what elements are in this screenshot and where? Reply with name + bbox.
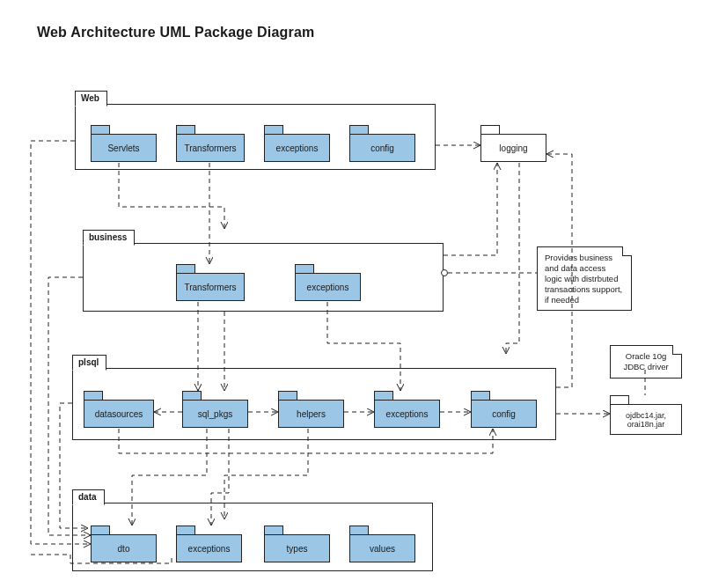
container-data-tab: data bbox=[72, 489, 105, 505]
container-plsql-tab: plsql bbox=[72, 355, 106, 371]
pkg-web-servlets: Servlets bbox=[91, 125, 157, 162]
pkg-web-exceptions-label: exceptions bbox=[264, 134, 330, 162]
pkg-web-transformers-label: Transformers bbox=[176, 134, 245, 162]
note-business: Provides business and data access logic … bbox=[537, 246, 632, 311]
container-business: business bbox=[83, 243, 444, 312]
pkg-plsql-sqlpkgs-label: sql_pkgs bbox=[182, 400, 248, 428]
pkg-plsql-exceptions: exceptions bbox=[374, 391, 440, 428]
note-business-text: Provides business and data access logic … bbox=[545, 253, 622, 305]
interface-lollipop bbox=[441, 269, 448, 276]
pkg-plsql-exceptions-label: exceptions bbox=[374, 400, 440, 428]
pkg-plsql-datasources-label: datasources bbox=[84, 400, 154, 428]
container-business-tab: business bbox=[83, 230, 135, 246]
pkg-data-types: types bbox=[264, 526, 330, 562]
pkg-web-config: config bbox=[349, 125, 415, 162]
pkg-data-exceptions: exceptions bbox=[176, 526, 242, 562]
pkg-ext-logging-label: logging bbox=[480, 134, 546, 162]
pkg-plsql-config: config bbox=[471, 391, 537, 428]
pkg-plsql-sqlpkgs: sql_pkgs bbox=[182, 391, 248, 428]
pkg-web-config-label: config bbox=[349, 134, 415, 162]
pkg-data-values: values bbox=[349, 526, 415, 562]
pkg-plsql-helpers-label: helpers bbox=[278, 400, 344, 428]
pkg-ext-jdbc: ojdbc14.jar, orai18n.jar bbox=[610, 395, 682, 435]
pkg-data-dto-label: dto bbox=[91, 534, 157, 562]
pkg-ext-logging: logging bbox=[480, 125, 546, 162]
pkg-data-types-label: types bbox=[264, 534, 330, 562]
pkg-business-transformers: Transformers bbox=[176, 264, 245, 301]
pkg-web-servlets-label: Servlets bbox=[91, 134, 157, 162]
pkg-ext-jdbc-label: ojdbc14.jar, orai18n.jar bbox=[610, 404, 682, 435]
pkg-plsql-helpers: helpers bbox=[278, 391, 344, 428]
pkg-business-exceptions: exceptions bbox=[295, 264, 361, 301]
pkg-plsql-config-label: config bbox=[471, 400, 537, 428]
pkg-business-exceptions-label: exceptions bbox=[295, 273, 361, 301]
diagram-canvas: Web Architecture UML Package Diagram Web… bbox=[0, 0, 704, 588]
page-title: Web Architecture UML Package Diagram bbox=[37, 25, 314, 40]
pkg-web-transformers: Transformers bbox=[176, 125, 245, 162]
pkg-data-dto: dto bbox=[91, 526, 157, 562]
pkg-plsql-datasources: datasources bbox=[84, 391, 154, 428]
note-jdbc: Oracle 10g JDBC driver bbox=[610, 345, 682, 379]
pkg-data-values-label: values bbox=[349, 534, 415, 562]
note-jdbc-text: Oracle 10g JDBC driver bbox=[623, 351, 668, 371]
container-web-tab: Web bbox=[75, 91, 107, 107]
pkg-data-exceptions-label: exceptions bbox=[176, 534, 242, 562]
pkg-business-transformers-label: Transformers bbox=[176, 273, 245, 301]
pkg-web-exceptions: exceptions bbox=[264, 125, 330, 162]
